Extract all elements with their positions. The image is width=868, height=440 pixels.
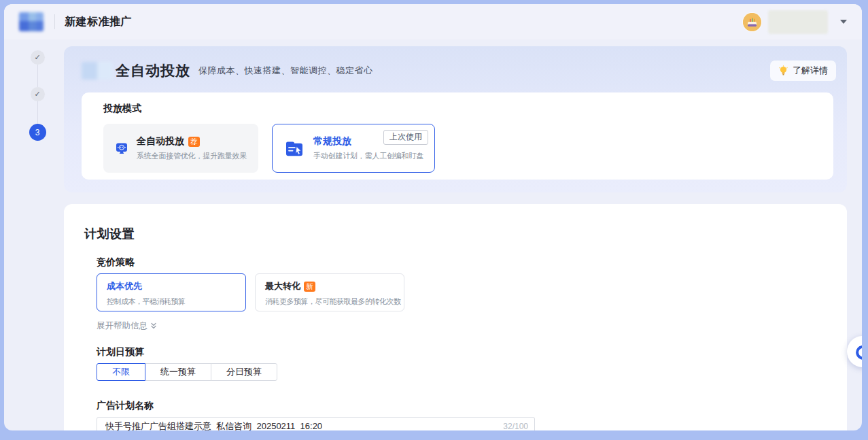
chevron-down-icon[interactable] <box>840 20 847 24</box>
floating-assistant-button[interactable] <box>847 336 862 367</box>
mode-regular-title: 常规投放 <box>313 135 351 148</box>
lightbulb-icon <box>778 65 788 76</box>
daily-budget-label: 计划日预算 <box>97 346 827 358</box>
monitor-smile-icon <box>115 135 128 162</box>
step-connector <box>37 101 38 124</box>
step-connector <box>37 65 38 87</box>
bid-max-conversion-desc: 消耗更多预算，尽可能获取最多的转化次数 <box>265 297 394 307</box>
banner-title: 全自动投放 <box>116 61 190 80</box>
mode-full-auto-title: 全自动投放 <box>137 135 184 148</box>
bid-max-conversion-title: 最大转化 <box>265 280 300 292</box>
recommended-badge: 荐 <box>188 137 200 147</box>
brand-redacted <box>82 62 113 80</box>
expand-help-link[interactable]: 展开帮助信息 <box>97 320 157 332</box>
budget-tab-daily[interactable]: 分日预算 <box>211 363 277 381</box>
header-divider <box>54 14 55 29</box>
plan-name-input-wrap: 32/100 <box>97 417 535 430</box>
mode-regular-desc: 手动创建计划，需人工创编和盯盘 <box>313 151 423 161</box>
bid-option-cost-first[interactable]: 成本优先 控制成本，平稳消耗预算 <box>97 273 246 311</box>
plan-name-label: 广告计划名称 <box>97 400 827 412</box>
plan-settings-form: 竞价策略 成本优先 控制成本，平稳消耗预算 最大转化 新 消耗更多预算，尽可能获… <box>97 256 827 430</box>
learn-more-button[interactable]: 了解详情 <box>770 61 836 81</box>
auto-delivery-banner: 全自动投放 保障成本、快速搭建、智能调控、稳定省心 了解详情 投放模式 <box>64 46 847 192</box>
plan-settings-section: 计划设置 竞价策略 成本优先 控制成本，平稳消耗预算 最大转化 新 消耗更多预算… <box>64 204 847 430</box>
mode-option-regular[interactable]: 常规投放 手动创建计划，需人工创编和盯盘 上次使用 <box>272 124 435 173</box>
step-1-done[interactable]: ✓ <box>31 50 45 65</box>
char-counter: 32/100 <box>503 422 528 430</box>
app-logo <box>19 12 44 31</box>
delivery-mode-card: 投放模式 全自动投放 荐 <box>82 92 833 180</box>
bid-cost-first-desc: 控制成本，平稳消耗预算 <box>107 297 236 307</box>
budget-tab-unified[interactable]: 统一预算 <box>145 363 211 381</box>
folder-cursor-icon <box>283 135 305 162</box>
avatar[interactable] <box>743 13 761 31</box>
plan-settings-heading: 计划设置 <box>84 226 827 242</box>
step-rail: ✓ ✓ 3 <box>29 50 46 141</box>
banner-head: 全自动投放 保障成本、快速搭建、智能调控、稳定省心 了解详情 <box>64 46 847 83</box>
app-window: 新建标准推广 ✓ ✓ 3 <box>4 4 862 430</box>
banner-subtitle: 保障成本、快速搭建、智能调控、稳定省心 <box>198 65 373 77</box>
double-chevron-down-icon <box>150 322 157 330</box>
user-menu[interactable] <box>743 10 847 34</box>
mode-options: 全自动投放 荐 系统全面接管优化，提升跑量效果 <box>103 124 833 173</box>
mode-option-full-auto[interactable]: 全自动投放 荐 系统全面接管优化，提升跑量效果 <box>103 124 258 173</box>
step-3-active[interactable]: 3 <box>29 124 46 141</box>
top-header: 新建标准推广 <box>4 4 862 39</box>
bid-cost-first-title: 成本优先 <box>107 280 142 292</box>
bid-strategy-options: 成本优先 控制成本，平稳消耗预算 最大转化 新 消耗更多预算，尽可能获取最多的转… <box>97 273 827 311</box>
swirl-icon <box>853 342 862 361</box>
last-used-tag: 上次使用 <box>383 130 428 145</box>
mode-full-auto-desc: 系统全面接管优化，提升跑量效果 <box>137 151 247 161</box>
new-badge: 新 <box>304 282 315 292</box>
learn-more-label: 了解详情 <box>793 65 828 77</box>
username-redacted <box>768 10 828 34</box>
page-title: 新建标准推广 <box>65 15 132 29</box>
budget-tab-unlimited[interactable]: 不限 <box>97 363 145 381</box>
step-2-done[interactable]: ✓ <box>31 87 45 101</box>
budget-segmented-control: 不限 统一预算 分日预算 <box>97 363 277 381</box>
delivery-mode-label: 投放模式 <box>103 103 833 115</box>
expand-help-label: 展开帮助信息 <box>97 320 147 332</box>
cake-avatar-icon <box>743 13 761 31</box>
bid-option-max-conversion[interactable]: 最大转化 新 消耗更多预算，尽可能获取最多的转化次数 <box>255 273 404 311</box>
plan-name-input[interactable] <box>97 417 535 430</box>
bid-strategy-label: 竞价策略 <box>97 256 827 269</box>
